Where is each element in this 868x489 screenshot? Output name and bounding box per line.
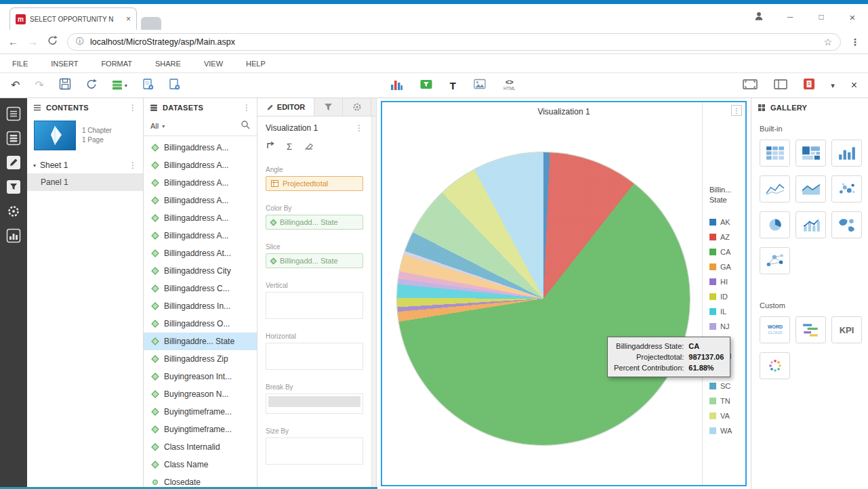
insert-text-button[interactable]: T xyxy=(450,81,456,91)
tab-properties[interactable] xyxy=(343,98,371,116)
format-panel-icon[interactable] xyxy=(5,154,22,171)
editor-viz-menu-icon[interactable]: ⋮ xyxy=(355,123,363,133)
sigma-icon[interactable]: Σ xyxy=(287,142,292,151)
ring-visualization-tile[interactable] xyxy=(760,352,790,379)
tab-filter[interactable] xyxy=(314,98,343,116)
undo-button[interactable]: ↶ xyxy=(11,80,20,91)
size-by-drop-zone[interactable] xyxy=(266,438,363,465)
color-by-chip[interactable]: Billingadd... State xyxy=(266,215,363,230)
export-button[interactable] xyxy=(804,79,814,92)
map-visualization-tile[interactable] xyxy=(831,211,862,238)
break-by-drop-zone[interactable] xyxy=(266,394,363,414)
search-icon[interactable] xyxy=(241,120,250,132)
line-chart-visualization-tile[interactable] xyxy=(760,175,790,203)
slice-chip[interactable]: Billingadd... State xyxy=(266,253,363,268)
minimize-button[interactable]: ─ xyxy=(774,12,806,22)
pie-chart[interactable] xyxy=(397,152,690,445)
filter-panel-icon[interactable] xyxy=(5,178,22,195)
pie-chart-visualization-tile[interactable] xyxy=(760,211,790,238)
collapse-toolbar-icon[interactable]: ▾ xyxy=(831,82,835,89)
dataset-item[interactable]: Billingaddress A... xyxy=(144,156,257,174)
legend-item[interactable]: TN xyxy=(709,394,745,408)
chapter-thumbnail[interactable] xyxy=(34,121,76,150)
dataset-item[interactable]: Billingaddress A... xyxy=(144,209,257,227)
insert-visualization-button[interactable] xyxy=(390,79,402,93)
add-chapter-button[interactable] xyxy=(142,79,154,93)
chevron-down-icon[interactable]: ▾ xyxy=(162,123,165,129)
datasets-menu-icon[interactable]: ⋮ xyxy=(243,103,251,112)
legend-item[interactable]: WA xyxy=(709,423,745,438)
legend-item[interactable]: AZ xyxy=(709,230,745,244)
editor-scrollbar[interactable] xyxy=(371,116,376,489)
legend-item[interactable]: GA xyxy=(709,259,745,274)
new-tab-button[interactable] xyxy=(141,17,161,30)
tab-close-icon[interactable]: × xyxy=(126,14,131,24)
network-visualization-tile[interactable] xyxy=(760,247,790,274)
legend-item[interactable]: HI xyxy=(709,274,745,289)
sheet-collapse-icon[interactable]: ▾ xyxy=(33,163,36,169)
close-editor-icon[interactable]: × xyxy=(851,80,857,91)
sheet-item[interactable]: ▾ Sheet 1 ⋮ xyxy=(27,157,143,173)
legend-item[interactable]: IL xyxy=(709,304,745,319)
menu-item[interactable]: INSERT xyxy=(51,60,78,68)
eraser-icon[interactable] xyxy=(304,140,314,152)
bar-chart-visualization-tile[interactable] xyxy=(831,140,862,167)
legend-item[interactable]: ID xyxy=(709,289,745,304)
dataset-item[interactable]: Billingaddress Zip xyxy=(144,350,257,368)
bubble-chart-visualization-tile[interactable] xyxy=(831,175,862,203)
angle-chip[interactable]: Projectedtotal xyxy=(266,176,363,191)
tab-editor[interactable]: EDITOR xyxy=(257,98,314,116)
fit-to-window-button[interactable] xyxy=(743,79,758,93)
dataset-item[interactable]: Buyingreason N... xyxy=(144,385,257,403)
visualization-card[interactable]: Visualization 1 ⋮ Billin... State AKAZCA… xyxy=(381,101,747,486)
add-page-button[interactable] xyxy=(169,79,180,93)
back-button[interactable]: ← xyxy=(8,37,18,47)
word-cloud-visualization-tile[interactable]: WORDCLOUD xyxy=(760,316,790,343)
panel-item-selected[interactable]: Panel 1 xyxy=(27,173,143,191)
dataset-item[interactable]: Billingaddress A... xyxy=(144,192,257,209)
forward-button[interactable]: → xyxy=(28,37,38,47)
presentation-mode-button[interactable] xyxy=(774,79,787,93)
combo-chart-visualization-tile[interactable] xyxy=(795,211,826,238)
swap-axes-icon[interactable] xyxy=(266,140,275,152)
legend-item[interactable]: CA xyxy=(709,244,745,259)
dataset-item[interactable]: Billingaddress A... xyxy=(144,227,257,244)
mosaic-visualization-tile[interactable] xyxy=(795,316,826,343)
bookmark-star-icon[interactable]: ☆ xyxy=(823,37,832,47)
maximize-button[interactable]: □ xyxy=(806,12,837,22)
dataset-item[interactable]: Billingaddress In... xyxy=(144,297,257,315)
grid-visualization-tile[interactable] xyxy=(760,140,790,167)
browser-menu-icon[interactable]: ⋮ xyxy=(850,37,860,47)
menu-item[interactable]: FILE xyxy=(12,60,28,68)
add-data-button[interactable]: ▾ xyxy=(112,80,127,91)
vertical-drop-zone[interactable] xyxy=(266,292,363,319)
url-field[interactable]: ⓘ localhost/MicroStrategy/asp/Main.aspx … xyxy=(67,33,841,51)
area-chart-visualization-tile[interactable] xyxy=(795,175,826,203)
dataset-item[interactable]: Billingaddress At... xyxy=(144,244,257,262)
contents-menu-icon[interactable]: ⋮ xyxy=(129,103,137,112)
dataset-type-select[interactable]: All xyxy=(150,122,159,130)
chart-panel-icon[interactable] xyxy=(5,227,22,244)
menu-item[interactable]: HELP xyxy=(246,60,266,68)
dataset-item[interactable]: Buyingtimeframe... xyxy=(144,403,257,421)
kpi-visualization-tile[interactable]: KPI xyxy=(831,316,862,343)
insert-filter-button[interactable] xyxy=(420,79,432,92)
dataset-item[interactable]: Billingaddress C... xyxy=(144,280,257,297)
dataset-item[interactable]: Billingaddress A... xyxy=(144,174,257,192)
dataset-item[interactable]: Buyingreason Int... xyxy=(144,368,257,385)
insert-html-button[interactable]: <> HTML xyxy=(503,79,516,91)
browser-refresh-button[interactable] xyxy=(47,35,58,48)
dataset-item[interactable]: Billingaddress O... xyxy=(144,315,257,333)
heatmap-visualization-tile[interactable] xyxy=(795,140,826,167)
menu-item[interactable]: SHARE xyxy=(155,60,181,68)
browser-tab[interactable]: m SELECT OPPORTUNITY N × xyxy=(9,7,137,30)
site-info-icon[interactable]: ⓘ xyxy=(76,36,84,47)
dataset-item[interactable]: Class Name xyxy=(144,456,257,473)
sheet-menu-icon[interactable]: ⋮ xyxy=(129,161,137,170)
profile-icon[interactable] xyxy=(743,11,774,24)
settings-gear-icon[interactable] xyxy=(5,203,22,219)
refresh-button[interactable] xyxy=(86,79,97,92)
legend-item[interactable]: SC xyxy=(709,379,745,394)
horizontal-drop-zone[interactable] xyxy=(266,343,363,370)
save-button[interactable] xyxy=(59,78,71,93)
